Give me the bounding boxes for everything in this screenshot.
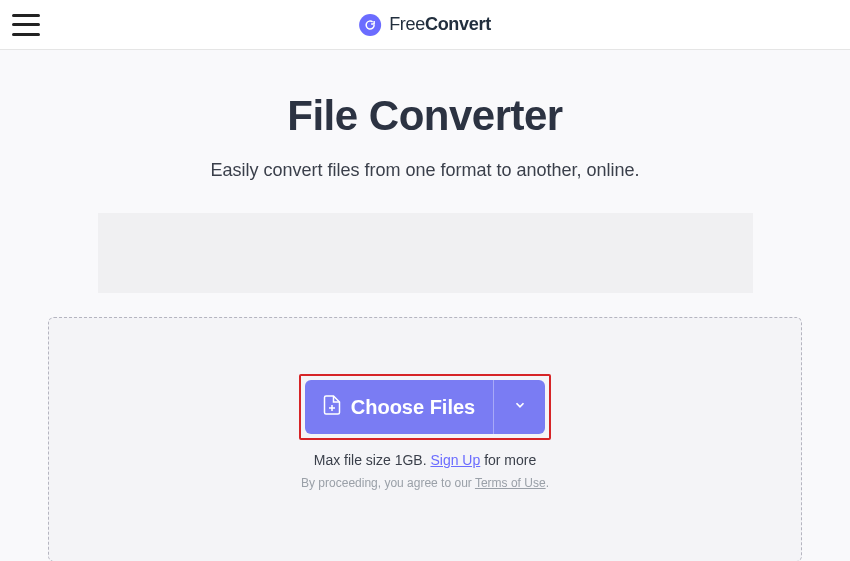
dropzone[interactable]: Choose Files Max file size 1GB. Sign Up …: [48, 317, 802, 561]
chevron-down-icon: [513, 398, 527, 416]
page-subtitle: Easily convert files from one format to …: [0, 160, 850, 181]
logo[interactable]: FreeConvert: [359, 14, 491, 36]
ad-placeholder: [98, 213, 753, 293]
refresh-icon: [359, 14, 381, 36]
highlight-box: Choose Files: [299, 374, 551, 440]
max-size-text: Max file size 1GB. Sign Up for more: [314, 452, 537, 468]
header: FreeConvert: [0, 0, 850, 50]
menu-icon[interactable]: [12, 14, 40, 36]
main-content: File Converter Easily convert files from…: [0, 50, 850, 561]
file-add-icon: [323, 394, 341, 421]
logo-text: FreeConvert: [389, 14, 491, 35]
choose-files-button-group: Choose Files: [305, 380, 545, 434]
choose-files-dropdown[interactable]: [493, 380, 545, 434]
page-title: File Converter: [0, 92, 850, 140]
choose-files-label: Choose Files: [351, 396, 475, 419]
signup-link[interactable]: Sign Up: [430, 452, 480, 468]
terms-link[interactable]: Terms of Use: [475, 476, 546, 490]
choose-files-button[interactable]: Choose Files: [305, 380, 493, 434]
terms-text: By proceeding, you agree to our Terms of…: [301, 476, 549, 490]
